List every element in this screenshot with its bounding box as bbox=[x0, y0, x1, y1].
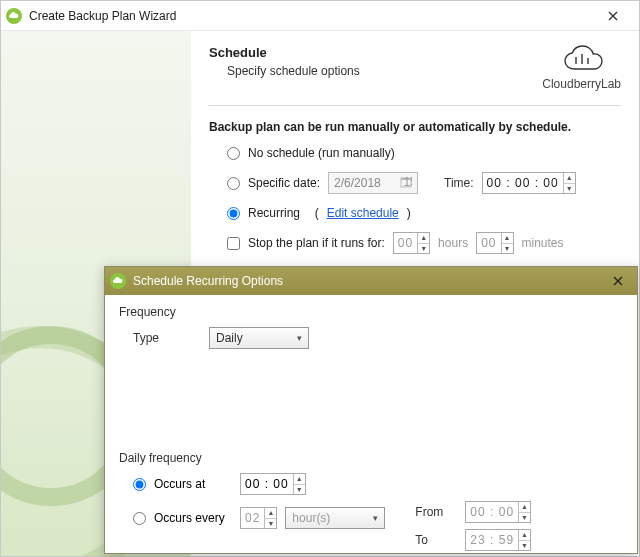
radio-no-schedule[interactable]: No schedule (run manually) bbox=[227, 146, 621, 160]
dialog-body: Frequency Type Daily ▾ Daily frequency O… bbox=[105, 295, 637, 557]
time-field[interactable]: 00 : 00 : 00 ▲▼ bbox=[482, 172, 576, 194]
stop-hours-field[interactable]: 00 ▲▼ bbox=[393, 232, 430, 254]
radio-specific-date-label: Specific date: bbox=[248, 176, 320, 190]
time-label: Time: bbox=[444, 176, 474, 190]
app-icon bbox=[109, 272, 127, 290]
page-title: Schedule bbox=[209, 45, 360, 60]
type-row: Type Daily ▾ bbox=[133, 327, 623, 349]
stop-mins-field[interactable]: 00 ▲▼ bbox=[476, 232, 513, 254]
divider bbox=[209, 105, 621, 106]
stop-plan-checkbox[interactable] bbox=[227, 237, 240, 250]
date-value: 2/6/2018 bbox=[334, 176, 381, 190]
titlebar: Create Backup Plan Wizard bbox=[1, 1, 639, 31]
chevron-down-icon: ▾ bbox=[373, 513, 378, 523]
page-subtitle: Specify schedule options bbox=[227, 64, 360, 78]
occurs-at-spinner[interactable]: ▲▼ bbox=[293, 474, 305, 494]
radio-specific-date-input[interactable] bbox=[227, 177, 240, 190]
brand-name: CloudberryLab bbox=[542, 77, 621, 91]
radio-no-schedule-input[interactable] bbox=[227, 147, 240, 160]
occurs-at-field[interactable]: 00 : 00 ▲▼ bbox=[240, 473, 306, 495]
hours-label: hours bbox=[438, 236, 468, 250]
dialog-close-button[interactable] bbox=[603, 269, 633, 293]
chevron-down-icon: ▾ bbox=[297, 333, 302, 343]
occurs-every-unit-value: hour(s) bbox=[292, 511, 330, 525]
type-select-value: Daily bbox=[216, 331, 243, 345]
paren-open: ( bbox=[308, 206, 319, 220]
window-close-button[interactable] bbox=[591, 2, 635, 30]
radio-occurs-every[interactable]: Occurs every 02 ▲▼ hour(s) ▾ bbox=[133, 507, 385, 529]
svg-text:15: 15 bbox=[404, 176, 413, 188]
time-spinner[interactable]: ▲▼ bbox=[563, 173, 575, 193]
radio-no-schedule-label: No schedule (run manually) bbox=[248, 146, 395, 160]
recurring-dialog: Schedule Recurring Options Frequency Typ… bbox=[104, 266, 638, 554]
to-label: To bbox=[415, 533, 455, 547]
radio-recurring-input[interactable] bbox=[227, 207, 240, 220]
from-row: From 00 : 00 ▲▼ bbox=[415, 501, 531, 523]
daily-group-label: Daily frequency bbox=[119, 451, 623, 465]
stop-mins-value: 00 bbox=[477, 236, 500, 250]
edit-schedule-link[interactable]: Edit schedule bbox=[327, 206, 399, 220]
radio-specific-date[interactable]: Specific date: 2/6/2018 15 Time: 00 : 00… bbox=[227, 172, 621, 194]
radio-recurring[interactable]: Recurring ( Edit schedule ) bbox=[227, 206, 621, 220]
from-field[interactable]: 00 : 00 ▲▼ bbox=[465, 501, 531, 523]
occurs-every-value: 02 bbox=[241, 511, 264, 525]
to-value: 23 : 59 bbox=[466, 533, 518, 547]
occurs-at-value: 00 : 00 bbox=[241, 477, 293, 491]
stop-plan-row: Stop the plan if it runs for: 00 ▲▼ hour… bbox=[227, 232, 621, 254]
stop-hours-value: 00 bbox=[394, 236, 417, 250]
spin-down-icon[interactable]: ▼ bbox=[502, 244, 513, 254]
daily-block: Occurs at 00 : 00 ▲▼ Occurs every 02 ▲▼ … bbox=[119, 473, 623, 557]
window-title: Create Backup Plan Wizard bbox=[29, 9, 591, 23]
dialog-title: Schedule Recurring Options bbox=[133, 274, 603, 288]
date-field[interactable]: 2/6/2018 15 bbox=[328, 172, 418, 194]
spin-down-icon[interactable]: ▼ bbox=[519, 541, 530, 551]
spin-up-icon[interactable]: ▲ bbox=[294, 474, 305, 485]
spin-down-icon[interactable]: ▼ bbox=[519, 513, 530, 523]
spin-down-icon[interactable]: ▼ bbox=[564, 184, 575, 194]
radio-occurs-every-input[interactable] bbox=[133, 512, 146, 525]
app-icon bbox=[5, 7, 23, 25]
from-label: From bbox=[415, 505, 455, 519]
type-select[interactable]: Daily ▾ bbox=[209, 327, 309, 349]
spin-up-icon[interactable]: ▲ bbox=[502, 233, 513, 244]
cloud-icon bbox=[560, 45, 604, 75]
spin-up-icon[interactable]: ▲ bbox=[418, 233, 429, 244]
calendar-icon[interactable]: 15 bbox=[400, 176, 412, 190]
paren-close: ) bbox=[407, 206, 411, 220]
frequency-group-label: Frequency bbox=[119, 305, 623, 319]
header-row: Schedule Specify schedule options Cloudb… bbox=[209, 45, 621, 91]
stop-plan-label: Stop the plan if it runs for: bbox=[248, 236, 385, 250]
spin-down-icon[interactable]: ▼ bbox=[294, 485, 305, 495]
radio-recurring-label: Recurring bbox=[248, 206, 300, 220]
close-icon bbox=[608, 11, 618, 21]
occurs-at-label: Occurs at bbox=[154, 477, 232, 491]
occurs-every-label: Occurs every bbox=[154, 511, 232, 525]
radio-occurs-at-input[interactable] bbox=[133, 478, 146, 491]
occurs-every-unit-select[interactable]: hour(s) ▾ bbox=[285, 507, 385, 529]
minutes-label: minutes bbox=[522, 236, 564, 250]
spin-down-icon[interactable]: ▼ bbox=[265, 519, 276, 529]
spin-up-icon[interactable]: ▲ bbox=[519, 530, 530, 541]
to-spinner[interactable]: ▲▼ bbox=[518, 530, 530, 550]
occurs-every-spinner[interactable]: ▲▼ bbox=[264, 508, 276, 528]
stop-hours-spinner[interactable]: ▲▼ bbox=[417, 233, 429, 253]
to-field[interactable]: 23 : 59 ▲▼ bbox=[465, 529, 531, 551]
from-spinner[interactable]: ▲▼ bbox=[518, 502, 530, 522]
occurs-every-field[interactable]: 02 ▲▼ bbox=[240, 507, 277, 529]
spin-up-icon[interactable]: ▲ bbox=[519, 502, 530, 513]
brand-logo: CloudberryLab bbox=[542, 45, 621, 91]
spin-down-icon[interactable]: ▼ bbox=[418, 244, 429, 254]
from-value: 00 : 00 bbox=[466, 505, 518, 519]
time-value: 00 : 00 : 00 bbox=[483, 176, 563, 190]
dialog-titlebar: Schedule Recurring Options bbox=[105, 267, 637, 295]
spin-up-icon[interactable]: ▲ bbox=[564, 173, 575, 184]
to-row: To 23 : 59 ▲▼ bbox=[415, 529, 531, 551]
spin-up-icon[interactable]: ▲ bbox=[265, 508, 276, 519]
type-label: Type bbox=[133, 331, 199, 345]
close-icon bbox=[613, 276, 623, 286]
radio-occurs-at[interactable]: Occurs at 00 : 00 ▲▼ bbox=[133, 473, 385, 495]
stop-mins-spinner[interactable]: ▲▼ bbox=[501, 233, 513, 253]
section-intro: Backup plan can be run manually or autom… bbox=[209, 120, 621, 134]
